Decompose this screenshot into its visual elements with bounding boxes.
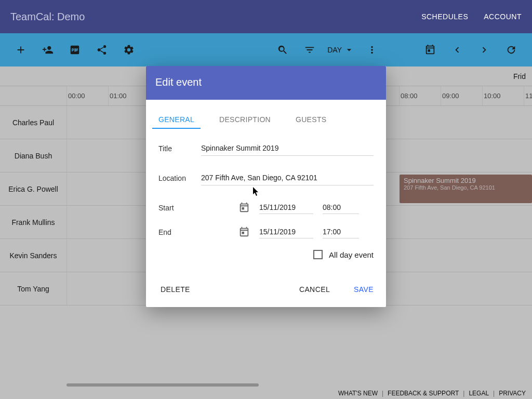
more-icon[interactable] xyxy=(361,38,383,61)
nav-account[interactable]: ACCOUNT xyxy=(484,12,522,21)
nav-schedules[interactable]: SCHEDULES xyxy=(421,12,468,21)
chevron-left-icon[interactable] xyxy=(446,38,469,61)
tab-guests[interactable]: GUESTS xyxy=(296,111,326,128)
label-location: Location xyxy=(158,174,201,185)
filter-icon[interactable] xyxy=(298,38,321,61)
dialog-body: Title Spinnaker Summit 2019 Location 207… xyxy=(146,128,386,278)
calendar-icon[interactable] xyxy=(238,202,251,214)
location-input[interactable]: 207 Fifth Ave, San Diego, CA 92101 xyxy=(201,171,374,185)
add-person-icon[interactable] xyxy=(36,38,59,61)
chevron-down-icon xyxy=(344,45,354,55)
search-icon[interactable] xyxy=(271,38,294,61)
label-allday: All day event xyxy=(329,250,374,259)
dialog-title: Edit event xyxy=(146,66,386,100)
app-title: TeamCal: Demo xyxy=(10,11,85,23)
add-icon[interactable] xyxy=(9,38,32,61)
topbar: TeamCal: Demo SCHEDULES ACCOUNT xyxy=(0,0,532,33)
end-time-input[interactable] xyxy=(323,225,359,238)
dialog-tabs: GENERAL DESCRIPTION GUESTS xyxy=(146,111,386,128)
title-input[interactable]: Spinnaker Summit 2019 xyxy=(201,142,374,156)
start-date-input[interactable] xyxy=(259,201,313,214)
view-switcher[interactable]: DAY xyxy=(323,45,358,55)
pdf-icon[interactable] xyxy=(63,38,86,61)
label-end: End xyxy=(158,228,201,236)
end-date-input[interactable] xyxy=(259,225,313,238)
label-title: Title xyxy=(158,144,201,156)
edit-event-dialog: Edit event GENERAL DESCRIPTION GUESTS Ti… xyxy=(146,66,386,307)
start-time-input[interactable] xyxy=(323,201,359,214)
delete-button[interactable]: DELETE xyxy=(157,281,193,298)
dialog-actions: DELETE CANCEL SAVE xyxy=(146,278,386,307)
today-icon[interactable] xyxy=(419,38,442,61)
tab-description[interactable]: DESCRIPTION xyxy=(219,111,271,128)
toolbar: DAY xyxy=(0,33,532,66)
allday-checkbox[interactable] xyxy=(313,250,323,259)
save-button[interactable]: SAVE xyxy=(351,281,377,298)
label-start: Start xyxy=(158,204,201,212)
tab-general[interactable]: GENERAL xyxy=(158,111,194,128)
calendar-icon[interactable] xyxy=(238,226,251,238)
refresh-icon[interactable] xyxy=(500,38,523,61)
cancel-button[interactable]: CANCEL xyxy=(296,281,333,298)
chevron-right-icon[interactable] xyxy=(473,38,496,61)
share-icon[interactable] xyxy=(90,38,113,61)
view-switcher-label: DAY xyxy=(327,46,342,54)
gear-icon[interactable] xyxy=(117,38,140,61)
